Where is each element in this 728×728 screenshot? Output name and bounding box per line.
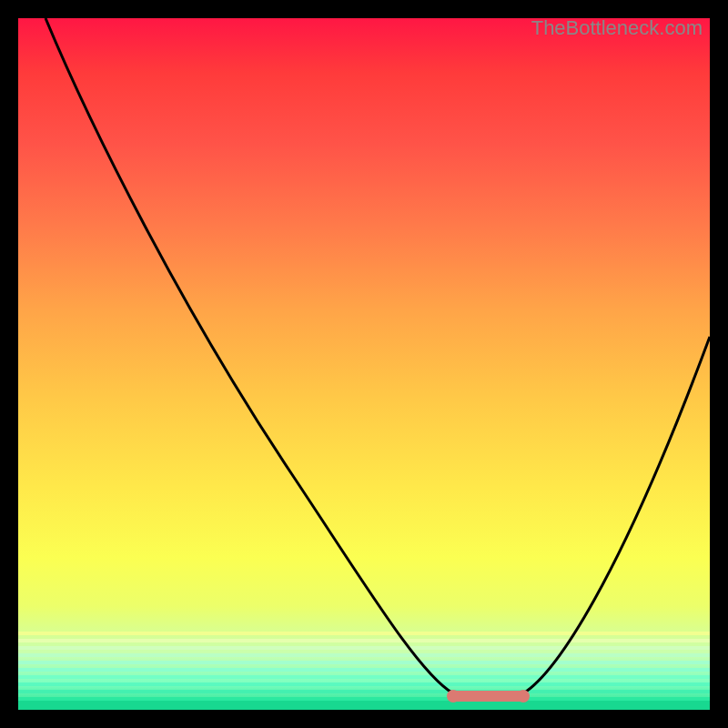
bottleneck-chart: TheBottleneck.com: [18, 18, 710, 710]
highlight-end-left: [447, 690, 460, 703]
curve-overlay: [18, 18, 710, 710]
attribution-text: TheBottleneck.com: [531, 16, 703, 40]
highlight-end-right: [517, 690, 530, 703]
bottleneck-curve-line: [46, 18, 710, 698]
